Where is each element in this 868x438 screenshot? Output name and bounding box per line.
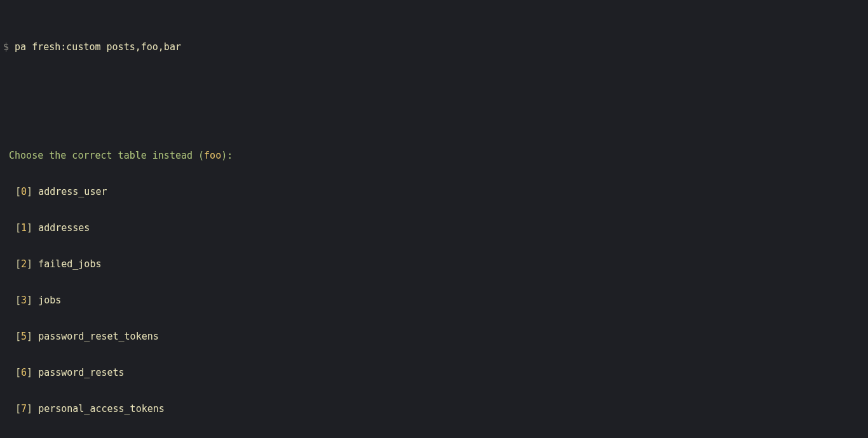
prompt-symbol: $ xyxy=(3,41,9,53)
terminal-output: $ pa fresh:custom posts,foo,bar Choose t… xyxy=(0,0,868,438)
command-line: $ pa fresh:custom posts,foo,bar xyxy=(3,41,865,53)
option-row: [0] address_user xyxy=(3,186,865,198)
option-row: [1] addresses xyxy=(3,222,865,234)
blank-line xyxy=(3,90,865,102)
option-row: [5] password_reset_tokens xyxy=(3,331,865,343)
option-row: [3] jobs xyxy=(3,295,865,307)
option-row: [7] personal_access_tokens xyxy=(3,403,865,415)
option-row: [6] password_resets xyxy=(3,367,865,379)
choose-header: Choose the correct table instead (foo): xyxy=(3,150,865,162)
option-row: [2] failed_jobs xyxy=(3,258,865,270)
command-text: pa fresh:custom posts,foo,bar xyxy=(15,41,181,53)
